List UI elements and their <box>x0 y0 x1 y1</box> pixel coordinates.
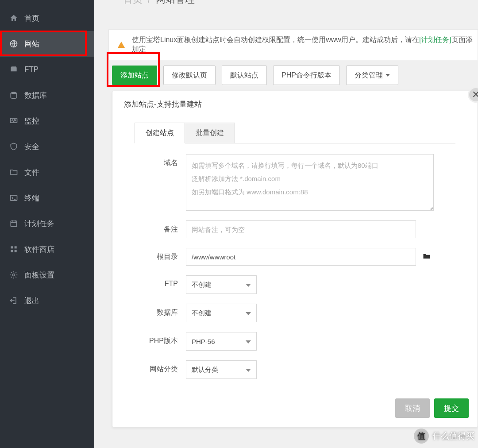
toolbar: 添加站点 修改默认页 默认站点 PHP命令行版本 分类管理 <box>112 66 398 85</box>
svg-point-9 <box>13 274 15 276</box>
default-site-button[interactable]: 默认站点 <box>222 66 267 85</box>
chevron-down-icon <box>246 312 251 315</box>
category-manage-button[interactable]: 分类管理 <box>346 66 398 85</box>
database-icon <box>9 90 19 100</box>
sidebar-item-store[interactable]: 软件商店 <box>0 236 94 262</box>
monitor-icon <box>9 116 19 126</box>
label-php: PHP版本 <box>135 332 186 346</box>
add-site-modal: ✕ 添加站点-支持批量建站 创建站点 批量创建 域名 备注 根目录 <box>112 91 478 427</box>
chevron-down-icon <box>246 369 251 372</box>
cancel-button[interactable]: 取消 <box>395 398 430 418</box>
home-icon <box>9 13 19 23</box>
sidebar-item-label: 安全 <box>24 142 39 152</box>
folder-icon <box>9 167 19 177</box>
svg-rect-7 <box>11 250 13 252</box>
gear-icon <box>9 270 19 280</box>
sidebar-item-label: FTP <box>24 65 39 74</box>
label-category: 网站分类 <box>135 360 186 374</box>
sidebar-item-terminal[interactable]: 终端 <box>0 185 94 211</box>
watermark: 值 什么值得买 <box>414 429 474 444</box>
terminal-icon <box>9 193 19 203</box>
ftp-icon <box>9 65 19 74</box>
sidebar-item-security[interactable]: 安全 <box>0 134 94 159</box>
watermark-icon: 值 <box>414 429 429 444</box>
globe-icon <box>9 39 19 49</box>
alert-banner: 使用宝塔Linux面板创建站点时会自动创建权限配置，统一使用www用户。建站成功… <box>108 29 478 60</box>
label-root: 根目录 <box>135 248 186 262</box>
breadcrumb-sep: / <box>148 0 150 5</box>
sidebar-item-ftp[interactable]: FTP <box>0 57 94 82</box>
chevron-down-icon <box>385 74 390 77</box>
svg-rect-6 <box>15 246 17 248</box>
logout-icon <box>9 296 19 305</box>
sidebar-item-logout[interactable]: 退出 <box>0 288 94 313</box>
chevron-down-icon <box>246 284 251 287</box>
alert-text: 使用宝塔Linux面板创建站点时会自动创建权限配置，统一使用www用户。建站成功… <box>132 35 478 54</box>
breadcrumb: 首页 / 网站管理 <box>123 0 195 6</box>
alert-link[interactable]: [计划任务] <box>419 36 451 43</box>
tab-create-site[interactable]: 创建站点 <box>135 123 185 143</box>
sidebar-item-label: 终端 <box>24 193 39 203</box>
sidebar-item-label: 数据库 <box>24 90 47 100</box>
sidebar-item-site[interactable]: 网站 <box>0 31 94 57</box>
breadcrumb-current: 网站管理 <box>156 0 195 6</box>
submit-button[interactable]: 提交 <box>434 398 469 418</box>
add-site-button[interactable]: 添加站点 <box>112 66 157 85</box>
watermark-text: 什么值得买 <box>432 430 474 442</box>
php-select[interactable]: PHP-56 <box>186 332 257 351</box>
domain-input[interactable] <box>186 154 434 211</box>
modal-tabs: 创建站点 批量创建 <box>135 123 478 143</box>
sidebar: 首页 网站 FTP 数据库 监控 安全 文件 终端 计划任务 软件商店 面板设置 <box>0 0 94 448</box>
php-cli-version-button[interactable]: PHP命令行版本 <box>273 66 340 85</box>
chevron-down-icon <box>246 340 251 344</box>
form: 域名 备注 根目录 FTP 不创建 <box>135 154 455 379</box>
sidebar-item-monitor[interactable]: 监控 <box>0 108 94 134</box>
label-ftp: FTP <box>135 275 186 288</box>
root-input[interactable] <box>186 248 416 266</box>
sidebar-item-label: 计划任务 <box>24 219 54 229</box>
apps-icon <box>9 244 19 254</box>
label-note: 备注 <box>135 220 186 234</box>
shield-icon <box>9 142 19 151</box>
sidebar-item-settings[interactable]: 面板设置 <box>0 262 94 288</box>
modify-default-page-button[interactable]: 修改默认页 <box>163 66 216 85</box>
sidebar-item-label: 退出 <box>24 296 39 306</box>
svg-point-1 <box>11 92 16 94</box>
warning-icon <box>118 42 125 48</box>
modal-actions: 取消 提交 <box>395 398 469 418</box>
browse-folder-icon[interactable] <box>421 252 432 262</box>
sidebar-item-label: 首页 <box>24 13 39 23</box>
sidebar-item-db[interactable]: 数据库 <box>0 82 94 108</box>
note-input[interactable] <box>186 220 416 238</box>
sidebar-item-label: 监控 <box>24 116 39 126</box>
calendar-icon <box>9 219 19 228</box>
breadcrumb-home[interactable]: 首页 <box>123 0 143 6</box>
tab-batch-create[interactable]: 批量创建 <box>185 123 235 143</box>
label-db: 数据库 <box>135 304 186 317</box>
sidebar-item-label: 面板设置 <box>24 270 54 280</box>
sidebar-item-label: 文件 <box>24 167 39 178</box>
sidebar-item-home[interactable]: 首页 <box>0 5 94 31</box>
sidebar-item-label: 网站 <box>24 39 39 49</box>
modal-title: 添加站点-支持批量建站 <box>112 91 478 114</box>
db-select[interactable]: 不创建 <box>186 304 257 322</box>
svg-rect-8 <box>15 250 17 252</box>
label-domain: 域名 <box>135 154 186 168</box>
sidebar-item-cron[interactable]: 计划任务 <box>0 211 94 236</box>
ftp-select[interactable]: 不创建 <box>186 275 257 294</box>
svg-rect-5 <box>11 246 13 248</box>
sidebar-item-label: 软件商店 <box>24 244 54 255</box>
svg-rect-4 <box>11 221 16 227</box>
sidebar-item-file[interactable]: 文件 <box>0 159 94 185</box>
category-select[interactable]: 默认分类 <box>186 360 257 379</box>
